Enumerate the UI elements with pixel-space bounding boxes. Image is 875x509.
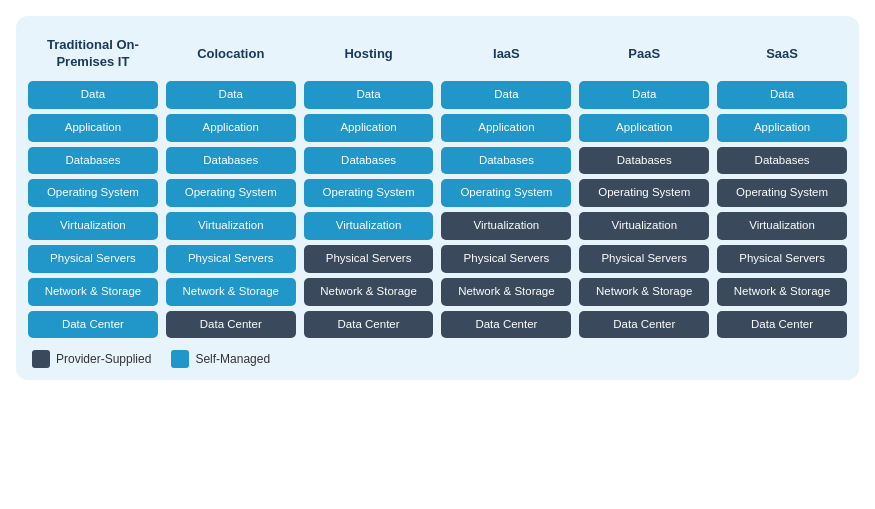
column-colocation: ColocationDataApplicationDatabasesOperat… <box>166 32 296 338</box>
cell-paas-7: Data Center <box>579 311 709 339</box>
cell-hosting-7: Data Center <box>304 311 434 339</box>
cell-paas-6: Network & Storage <box>579 278 709 306</box>
col-header-iaas: IaaS <box>441 32 571 76</box>
cell-hosting-0: Data <box>304 81 434 109</box>
cell-saas-4: Virtualization <box>717 212 847 240</box>
cell-traditional-6: Network & Storage <box>28 278 158 306</box>
col-header-hosting: Hosting <box>304 32 434 76</box>
legend-self: Self-Managed <box>171 350 270 368</box>
cell-traditional-3: Operating System <box>28 179 158 207</box>
cell-colocation-7: Data Center <box>166 311 296 339</box>
cell-paas-3: Operating System <box>579 179 709 207</box>
col-header-colocation: Colocation <box>166 32 296 76</box>
column-iaas: IaaSDataApplicationDatabasesOperating Sy… <box>441 32 571 338</box>
cell-traditional-0: Data <box>28 81 158 109</box>
cell-paas-0: Data <box>579 81 709 109</box>
cell-iaas-2: Databases <box>441 147 571 175</box>
legend-self-box <box>171 350 189 368</box>
comparison-grid: Traditional On-Premises ITDataApplicatio… <box>28 32 847 338</box>
cell-hosting-1: Application <box>304 114 434 142</box>
cell-paas-5: Physical Servers <box>579 245 709 273</box>
cell-paas-1: Application <box>579 114 709 142</box>
column-paas: PaaSDataApplicationDatabasesOperating Sy… <box>579 32 709 338</box>
cell-saas-3: Operating System <box>717 179 847 207</box>
cell-iaas-3: Operating System <box>441 179 571 207</box>
column-hosting: HostingDataApplicationDatabasesOperating… <box>304 32 434 338</box>
cell-iaas-4: Virtualization <box>441 212 571 240</box>
cell-saas-0: Data <box>717 81 847 109</box>
cell-hosting-5: Physical Servers <box>304 245 434 273</box>
cell-saas-5: Physical Servers <box>717 245 847 273</box>
cell-colocation-6: Network & Storage <box>166 278 296 306</box>
main-container: Traditional On-Premises ITDataApplicatio… <box>16 16 859 380</box>
cell-colocation-4: Virtualization <box>166 212 296 240</box>
col-header-saas: SaaS <box>717 32 847 76</box>
cell-colocation-3: Operating System <box>166 179 296 207</box>
col-header-paas: PaaS <box>579 32 709 76</box>
cell-hosting-2: Databases <box>304 147 434 175</box>
column-traditional: Traditional On-Premises ITDataApplicatio… <box>28 32 158 338</box>
cell-traditional-2: Databases <box>28 147 158 175</box>
cell-iaas-5: Physical Servers <box>441 245 571 273</box>
cell-traditional-4: Virtualization <box>28 212 158 240</box>
cell-saas-2: Databases <box>717 147 847 175</box>
column-saas: SaaSDataApplicationDatabasesOperating Sy… <box>717 32 847 338</box>
cell-paas-4: Virtualization <box>579 212 709 240</box>
cell-traditional-7: Data Center <box>28 311 158 339</box>
cell-hosting-6: Network & Storage <box>304 278 434 306</box>
cell-colocation-0: Data <box>166 81 296 109</box>
legend-provider-label: Provider-Supplied <box>56 352 151 366</box>
cell-saas-6: Network & Storage <box>717 278 847 306</box>
cell-colocation-1: Application <box>166 114 296 142</box>
cell-colocation-5: Physical Servers <box>166 245 296 273</box>
cell-iaas-1: Application <box>441 114 571 142</box>
cell-paas-2: Databases <box>579 147 709 175</box>
cell-iaas-7: Data Center <box>441 311 571 339</box>
legend: Provider-Supplied Self-Managed <box>28 350 847 368</box>
legend-provider-box <box>32 350 50 368</box>
cell-iaas-6: Network & Storage <box>441 278 571 306</box>
cell-traditional-5: Physical Servers <box>28 245 158 273</box>
cell-hosting-3: Operating System <box>304 179 434 207</box>
legend-self-label: Self-Managed <box>195 352 270 366</box>
legend-provider: Provider-Supplied <box>32 350 151 368</box>
cell-saas-1: Application <box>717 114 847 142</box>
col-header-traditional: Traditional On-Premises IT <box>28 32 158 76</box>
cell-colocation-2: Databases <box>166 147 296 175</box>
cell-traditional-1: Application <box>28 114 158 142</box>
cell-iaas-0: Data <box>441 81 571 109</box>
cell-saas-7: Data Center <box>717 311 847 339</box>
cell-hosting-4: Virtualization <box>304 212 434 240</box>
